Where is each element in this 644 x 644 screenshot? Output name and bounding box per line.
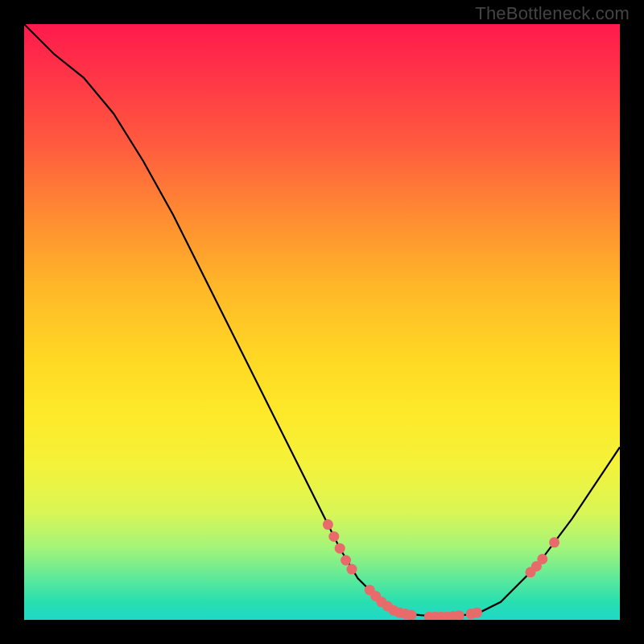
svg-point-12	[407, 610, 417, 620]
svg-point-1	[328, 531, 339, 542]
svg-point-0	[323, 519, 333, 530]
watermark-text: TheBottleneck.com	[475, 3, 630, 24]
svg-point-4	[347, 564, 357, 575]
svg-point-24	[549, 537, 559, 547]
svg-point-20	[472, 608, 482, 618]
plot-area	[24, 24, 620, 620]
svg-point-3	[341, 555, 351, 566]
chart-markers	[24, 24, 620, 620]
svg-point-23	[537, 554, 547, 564]
chart-frame: TheBottleneck.com	[0, 0, 644, 644]
svg-point-2	[335, 543, 345, 554]
